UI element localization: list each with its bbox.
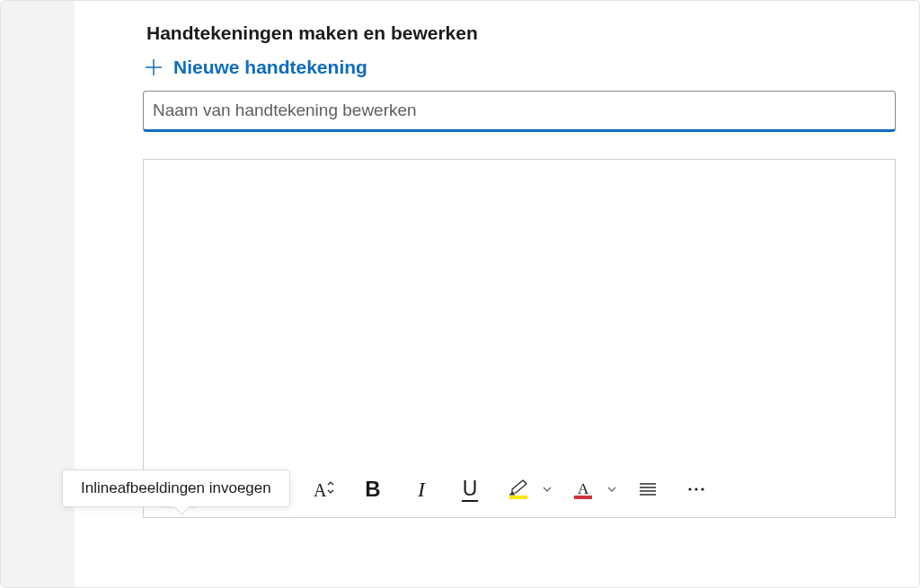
- page-title: Handtekeningen maken en bewerken: [146, 22, 896, 44]
- ellipsis-icon: [686, 487, 706, 492]
- new-signature-button[interactable]: Nieuwe handtekening: [145, 57, 367, 78]
- highlight-button[interactable]: [500, 470, 537, 508]
- italic-icon: I: [418, 478, 425, 502]
- highlight-chevron[interactable]: [541, 483, 553, 496]
- bold-button[interactable]: B: [354, 470, 392, 508]
- font-color-chevron[interactable]: [606, 483, 618, 496]
- signature-editor: A A A B I U: [143, 159, 896, 518]
- underline-icon: U: [462, 477, 478, 502]
- font-color-icon: A: [574, 479, 592, 499]
- bullet-list-icon: [638, 480, 658, 498]
- font-size-icon: A: [312, 479, 337, 499]
- plus-icon: [145, 58, 163, 76]
- svg-point-10: [688, 487, 691, 490]
- svg-text:A: A: [314, 480, 327, 499]
- svg-point-12: [701, 487, 703, 490]
- more-options-button[interactable]: [677, 470, 715, 508]
- new-signature-label: Nieuwe handtekening: [173, 57, 367, 78]
- underline-button[interactable]: U: [451, 470, 489, 508]
- signature-name-input[interactable]: [143, 91, 896, 132]
- bold-icon: B: [365, 477, 380, 502]
- editor-input[interactable]: [144, 160, 895, 465]
- svg-text:A: A: [578, 480, 589, 496]
- chevron-down-icon: [542, 484, 553, 495]
- chevron-down-icon: [606, 484, 617, 495]
- italic-button[interactable]: I: [402, 470, 440, 508]
- svg-point-11: [694, 487, 697, 490]
- highlighter-icon: [509, 479, 528, 499]
- bullet-list-button[interactable]: [629, 470, 667, 508]
- main-content: Handtekeningen maken en bewerken Nieuwe …: [143, 22, 896, 518]
- tooltip-text: Inlineafbeeldingen invoegen: [81, 479, 271, 496]
- font-color-button[interactable]: A: [564, 470, 602, 508]
- tooltip: Inlineafbeeldingen invoegen: [62, 470, 290, 507]
- font-size-button[interactable]: A: [305, 470, 343, 508]
